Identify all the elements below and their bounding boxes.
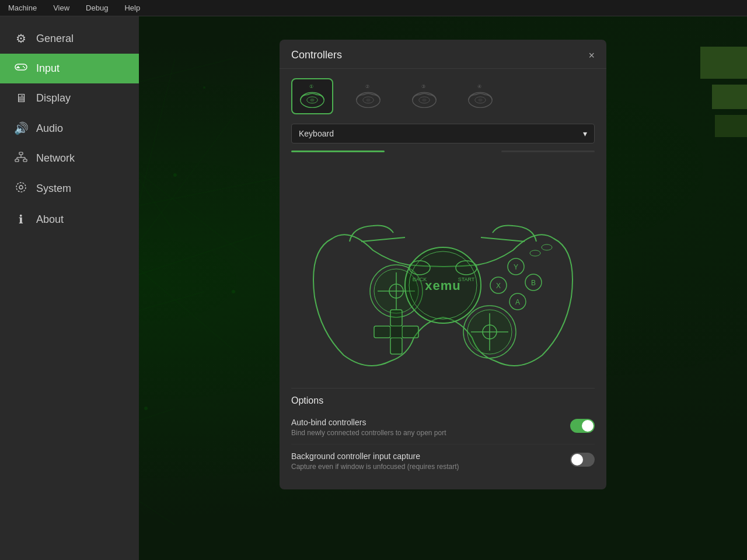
svg-rect-22 <box>16 67 20 68</box>
network-icon <box>14 152 28 165</box>
svg-rect-57 <box>390 310 402 326</box>
menu-help[interactable]: Help <box>121 2 144 13</box>
sidebar-item-input[interactable]: Input <box>0 54 139 83</box>
close-button[interactable]: × <box>588 50 595 61</box>
svg-rect-27 <box>23 159 27 162</box>
controller-slots: ① ② <box>280 69 606 121</box>
controller-slot-4[interactable]: ④ <box>459 78 501 114</box>
svg-rect-61 <box>390 326 402 338</box>
svg-point-24 <box>24 67 25 68</box>
gear-icon: ⚙ <box>14 32 28 46</box>
options-title: Options <box>291 388 595 411</box>
svg-rect-26 <box>15 159 19 162</box>
tab-lines <box>280 150 606 152</box>
toggle-knob-on <box>582 420 594 432</box>
svg-text:③: ③ <box>421 84 425 89</box>
svg-text:START: START <box>458 276 475 282</box>
system-icon <box>14 181 28 196</box>
svg-line-51 <box>481 237 525 242</box>
svg-point-49 <box>478 99 482 102</box>
svg-rect-25 <box>19 152 23 155</box>
svg-text:①: ① <box>309 84 313 89</box>
content-area: Controllers × ① <box>139 16 747 560</box>
slot-4-wrap: ④ <box>459 78 501 114</box>
info-icon: ℹ <box>14 212 28 226</box>
svg-text:B: B <box>531 279 536 287</box>
gamepad-area: xemu BACK START <box>280 152 606 388</box>
menubar: Machine View Debug Help <box>0 0 747 16</box>
sidebar-label-about: About <box>36 214 64 226</box>
svg-point-37 <box>310 99 314 102</box>
tab-line-left <box>291 150 385 152</box>
svg-text:④: ④ <box>477 84 481 89</box>
svg-point-23 <box>23 66 24 67</box>
bg-capture-toggle[interactable] <box>570 453 595 467</box>
option-auto-bind: Auto-bind controllers Bind newly connect… <box>291 411 595 444</box>
sidebar-label-system: System <box>36 183 71 195</box>
main-layout: ⚙ General Input 🖥 Display 🔊 Audio <box>0 16 747 560</box>
dropdown-value: Keyboard <box>299 129 334 138</box>
sidebar-item-system[interactable]: System <box>0 173 139 204</box>
svg-point-45 <box>422 99 426 102</box>
svg-rect-60 <box>402 326 418 338</box>
sidebar-item-network[interactable]: Network <box>0 144 139 173</box>
gamepad-icon <box>14 62 28 75</box>
menu-debug[interactable]: Debug <box>82 2 111 13</box>
menu-view[interactable]: View <box>50 2 73 13</box>
svg-rect-59 <box>374 326 390 338</box>
slot-1-wrap: ① <box>291 78 333 114</box>
sidebar-label-general: General <box>36 33 74 45</box>
auto-bind-desc: Bind newly connected controllers to any … <box>291 429 446 437</box>
gamepad-svg: xemu BACK START <box>297 157 589 379</box>
sidebar-item-about[interactable]: ℹ About <box>0 204 139 235</box>
svg-text:A: A <box>515 298 520 306</box>
svg-point-82 <box>530 250 540 256</box>
controller-slot-2[interactable]: ② <box>347 78 389 114</box>
controller-slot-3[interactable]: ③ <box>403 78 445 114</box>
bg-capture-label: Background controller input capture <box>291 452 459 461</box>
option-bg-capture: Background controller input capture Capt… <box>291 444 595 478</box>
svg-line-50 <box>361 237 405 242</box>
speaker-icon: 🔊 <box>14 121 28 135</box>
sidebar-item-display[interactable]: 🖥 Display <box>0 83 139 113</box>
svg-text:②: ② <box>365 84 369 89</box>
svg-text:Y: Y <box>514 263 518 271</box>
auto-bind-toggle[interactable] <box>570 419 595 433</box>
svg-text:xemu: xemu <box>425 278 460 293</box>
keyboard-dropdown[interactable]: Keyboard ▾ <box>291 124 595 144</box>
panel-title: Controllers <box>291 49 342 61</box>
svg-text:BACK: BACK <box>413 276 427 282</box>
sidebar-label-input: Input <box>36 62 60 75</box>
sidebar-item-audio[interactable]: 🔊 Audio <box>0 113 139 144</box>
auto-bind-label: Auto-bind controllers <box>291 418 446 427</box>
sidebar: ⚙ General Input 🖥 Display 🔊 Audio <box>0 16 139 560</box>
sidebar-label-audio: Audio <box>36 123 63 135</box>
svg-point-32 <box>19 186 23 189</box>
tab-line-right <box>501 150 595 152</box>
options-section: Options Auto-bind controllers Bind newly… <box>280 388 606 489</box>
svg-point-41 <box>366 99 370 102</box>
sidebar-item-general[interactable]: ⚙ General <box>0 23 139 54</box>
monitor-icon: 🖥 <box>14 92 28 105</box>
bg-capture-desc: Capture even if window is unfocused (req… <box>291 463 459 471</box>
slot-3-wrap: ③ <box>403 78 445 114</box>
controllers-panel: Controllers × ① <box>280 40 606 489</box>
slot-2-wrap: ② <box>347 78 389 114</box>
svg-rect-58 <box>390 338 402 354</box>
menu-machine[interactable]: Machine <box>5 2 40 13</box>
sidebar-label-network: Network <box>36 152 75 164</box>
panel-header: Controllers × <box>280 40 606 69</box>
svg-point-83 <box>542 244 552 250</box>
svg-point-33 <box>16 183 26 192</box>
chevron-down-icon: ▾ <box>583 129 587 138</box>
toggle-knob-off <box>571 454 583 466</box>
svg-text:X: X <box>496 282 501 290</box>
sidebar-label-display: Display <box>36 92 71 104</box>
controller-slot-1[interactable]: ① <box>291 78 333 114</box>
